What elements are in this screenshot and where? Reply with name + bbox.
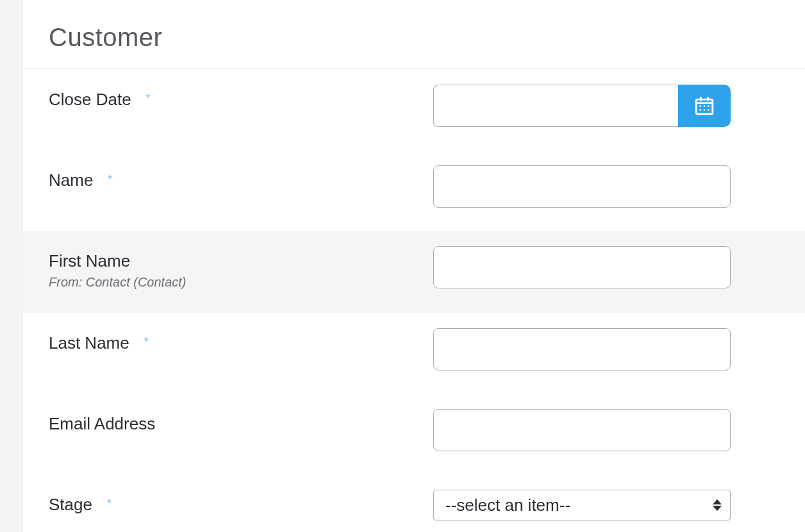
date-picker-button[interactable]	[678, 85, 731, 127]
stage-select-wrap: --select an item--	[433, 490, 731, 520]
section-title: Customer	[49, 23, 779, 52]
svg-point-8	[704, 109, 706, 111]
stage-select[interactable]: --select an item--	[433, 490, 731, 520]
svg-point-7	[699, 109, 701, 111]
row-stage: Stage * --select an item--	[23, 474, 805, 532]
input-col[interactable]	[433, 328, 731, 370]
label-col: Email Address	[49, 409, 433, 434]
required-asterisk-icon: *	[106, 496, 112, 510]
svg-point-6	[708, 105, 710, 107]
first-name-label: First Name	[49, 251, 130, 271]
label-col: Last Name *	[49, 328, 433, 353]
first-name-sublabel: From: Contact (Contact)	[49, 275, 433, 290]
name-input[interactable]	[433, 165, 731, 208]
close-date-label: Close Date	[49, 90, 131, 110]
input-col	[433, 85, 731, 127]
panel-header: Customer	[23, 0, 805, 69]
last-name-label: Last Name	[49, 333, 129, 353]
svg-point-9	[708, 109, 710, 111]
svg-point-5	[704, 105, 706, 107]
row-name: Name *	[23, 150, 805, 231]
label-col: First Name From: Contact (Contact)	[49, 246, 433, 290]
row-first-name: First Name From: Contact (Contact)	[23, 231, 805, 313]
row-last-name: Last Name *	[23, 313, 805, 394]
last-name-input[interactable]	[433, 328, 731, 370]
stage-label: Stage	[49, 495, 92, 515]
email-input[interactable]	[433, 409, 731, 451]
row-close-date: Close Date *	[23, 69, 805, 150]
row-email: Email Address	[23, 394, 805, 474]
close-date-input[interactable]	[433, 85, 678, 127]
first-name-input[interactable]	[433, 246, 731, 288]
required-asterisk-icon: *	[108, 172, 113, 186]
input-col	[433, 246, 731, 288]
input-col: --select an item--	[433, 490, 731, 520]
customer-form-panel: Customer Close Date *	[23, 0, 805, 532]
input-col	[433, 165, 731, 208]
input-col	[433, 409, 731, 451]
calendar-icon	[693, 95, 715, 117]
required-asterisk-icon: *	[145, 91, 151, 105]
label-col: Name *	[49, 165, 433, 190]
label-col: Close Date *	[49, 85, 433, 110]
label-col: Stage *	[49, 490, 433, 515]
required-asterisk-icon: *	[144, 335, 149, 349]
svg-point-4	[699, 105, 701, 107]
date-input-group	[433, 85, 731, 127]
name-label: Name	[49, 170, 93, 190]
email-label: Email Address	[49, 414, 155, 434]
